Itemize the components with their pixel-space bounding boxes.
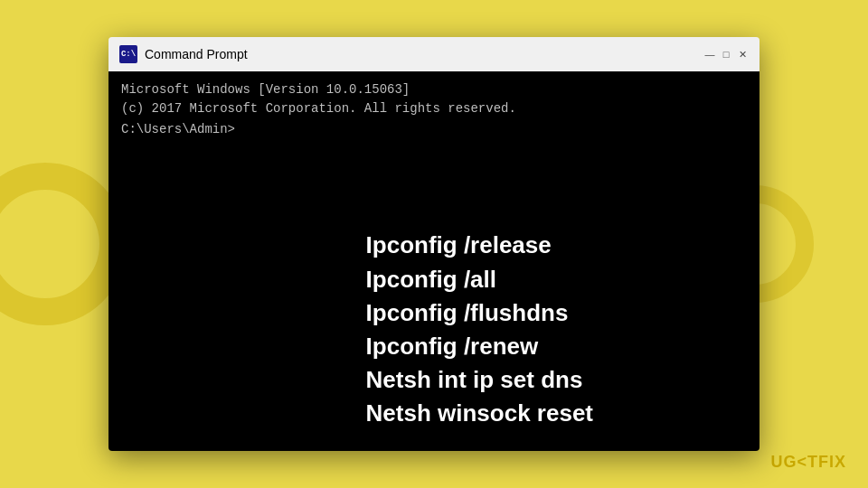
- cmd-prompt: C:\Users\Admin>: [121, 122, 747, 136]
- cmd-command-line-2: Ipconfig /all: [366, 264, 593, 296]
- cmd-icon: C:\: [119, 45, 137, 63]
- cmd-commands-overlay: Ipconfig /releaseIpconfig /allIpconfig /…: [366, 230, 593, 429]
- watermark: UG<TFIX: [770, 453, 846, 472]
- cmd-command-line-6: Netsh winsock reset: [366, 398, 593, 429]
- minimize-button[interactable]: —: [703, 48, 716, 61]
- cmd-command-line-3: Ipconfig /flushdns: [366, 297, 593, 329]
- cmd-command-line-1: Ipconfig /release: [366, 230, 593, 261]
- maximize-button[interactable]: □: [720, 48, 732, 61]
- close-button[interactable]: ✕: [736, 48, 749, 61]
- title-bar: C:\ Command Prompt — □ ✕: [108, 37, 760, 71]
- window-title: Command Prompt: [145, 47, 696, 61]
- cmd-version-line2: (c) 2017 Microsoft Corporation. All righ…: [121, 99, 747, 118]
- cmd-window: C:\ Command Prompt — □ ✕ Microsoft Windo…: [108, 37, 760, 451]
- cmd-command-line-5: Netsh int ip set dns: [366, 364, 593, 396]
- cmd-body: Microsoft Windows [Version 10.0.15063] (…: [108, 71, 760, 451]
- cmd-command-line-4: Ipconfig /renew: [366, 331, 593, 362]
- cmd-version-line1: Microsoft Windows [Version 10.0.15063]: [121, 80, 747, 99]
- bg-decoration-left: [0, 163, 127, 325]
- window-controls: — □ ✕: [703, 48, 749, 61]
